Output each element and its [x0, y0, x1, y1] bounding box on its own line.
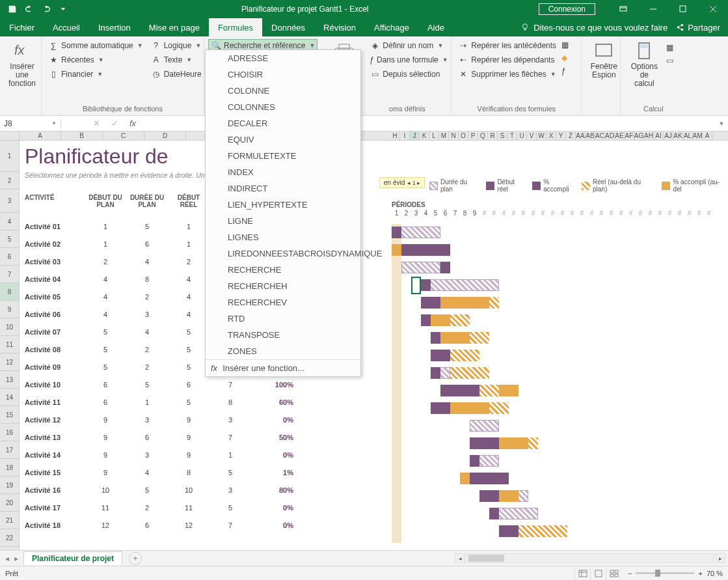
row-header[interactable]: 1 — [0, 141, 19, 172]
col-header[interactable]: AF — [625, 131, 634, 140]
row-header[interactable]: 12 — [0, 353, 19, 371]
column-headers[interactable]: ABCDE HIJKLMNOPQRSTUVWXYZAAABACADAEAFAGA… — [0, 131, 728, 141]
table-row[interactable]: Activité 106567100% — [25, 376, 293, 393]
dropdown-item[interactable]: LIEN_HYPERTEXTE — [206, 197, 360, 213]
col-header[interactable]: O — [459, 131, 468, 140]
col-header[interactable]: K — [420, 131, 429, 140]
insert-function-button[interactable]: fx Insérer une fonction — [4, 39, 40, 90]
col-header[interactable]: AJ — [664, 131, 673, 140]
zoom-in-button[interactable]: + — [698, 570, 702, 577]
remove-arrows-button[interactable]: ✕Supprimer les flèches▼ — [455, 68, 559, 81]
col-header[interactable]: AA — [576, 131, 586, 140]
col-header[interactable]: AL — [683, 131, 693, 140]
close-icon[interactable] — [698, 0, 728, 18]
col-header[interactable]: AH — [644, 131, 654, 140]
col-header[interactable]: N — [449, 131, 459, 140]
col-header[interactable]: AB — [586, 131, 595, 140]
signin-button[interactable]: Connexion — [539, 3, 595, 15]
define-name-button[interactable]: ◈Définir un nom▼ — [367, 39, 447, 52]
dropdown-item[interactable]: COLONNE — [206, 83, 360, 99]
menu-tab-fichier[interactable]: Fichier — [0, 18, 44, 36]
row-header[interactable]: 15 — [0, 406, 19, 424]
trace-precedents-button[interactable]: ⇢Repérer les antécédents — [455, 39, 559, 52]
dropdown-item[interactable]: CHOISIR — [206, 66, 360, 83]
menu-tab-insertion[interactable]: Insertion — [89, 18, 140, 36]
sheet-tab[interactable]: Planificateur de projet — [23, 551, 122, 565]
col-header[interactable]: U — [517, 131, 527, 140]
col-header[interactable]: X — [546, 131, 556, 140]
calc-now-icon[interactable]: ▦ — [666, 43, 673, 52]
row-header[interactable]: 13 — [0, 371, 19, 389]
menu-tab-mise en page[interactable]: Mise en page — [140, 18, 209, 36]
dropdown-item[interactable]: RTD — [206, 311, 360, 327]
qat-customize-icon[interactable] — [55, 1, 72, 17]
table-row[interactable]: Activité 1594851% — [25, 463, 293, 481]
menu-tab-données[interactable]: Données — [262, 18, 314, 36]
cancel-formula-button[interactable]: ✕ — [87, 118, 105, 128]
table-row[interactable]: Activité 181261270% — [25, 516, 293, 534]
col-header[interactable]: T — [507, 131, 517, 140]
add-sheet-button[interactable]: + — [129, 552, 142, 565]
row-header[interactable]: 8 — [0, 283, 19, 301]
menu-tab-aide[interactable]: Aide — [418, 18, 453, 36]
row-header[interactable]: 2 — [0, 172, 19, 189]
row-header[interactable]: 21 — [0, 512, 19, 529]
col-header[interactable]: C — [103, 131, 144, 140]
row-headers[interactable]: 12345678910111213141516171819202122 — [0, 141, 20, 550]
menu-tab-révision[interactable]: Révision — [314, 18, 365, 36]
row-header[interactable]: 19 — [0, 476, 19, 494]
col-header[interactable]: S — [498, 131, 507, 140]
calc-options-button[interactable]: Options de calcul — [625, 39, 664, 105]
row-header[interactable]: 5 — [0, 230, 19, 248]
row-header[interactable]: 20 — [0, 494, 19, 512]
col-header[interactable]: AE — [615, 131, 625, 140]
row-header[interactable]: 9 — [0, 301, 19, 318]
col-header[interactable]: M — [439, 131, 449, 140]
col-header[interactable]: AM — [693, 131, 703, 140]
table-row[interactable]: Activité 1293930% — [25, 411, 293, 428]
row-header[interactable]: 14 — [0, 389, 19, 406]
menu-tab-affichage[interactable]: Affichage — [365, 18, 418, 36]
recent-button[interactable]: ★Récentes▼ — [46, 53, 146, 66]
select-all-corner[interactable] — [0, 131, 20, 140]
col-header[interactable]: I — [400, 131, 410, 140]
dropdown-item[interactable]: FORMULETEXTE — [206, 148, 360, 164]
col-header[interactable]: AC — [595, 131, 605, 140]
table-row[interactable]: Activité 13969750% — [25, 428, 293, 446]
hscroll-thumb[interactable] — [468, 555, 504, 562]
autosum-button[interactable]: ∑Somme automatique▼ — [46, 39, 146, 52]
col-header[interactable]: P — [468, 131, 478, 140]
table-row[interactable]: Activité 1493910% — [25, 446, 293, 463]
name-box[interactable]: J8 ▼ — [0, 119, 61, 128]
col-header[interactable]: AK — [673, 131, 683, 140]
share-button[interactable]: Partager — [667, 18, 728, 36]
zoom-slider[interactable] — [636, 572, 694, 574]
menu-tab-formules[interactable]: Formules — [209, 18, 262, 36]
row-header[interactable]: 22 — [0, 529, 19, 547]
col-header[interactable]: Q — [478, 131, 488, 140]
dropdown-item[interactable]: ZONES — [206, 343, 360, 359]
dropdown-item[interactable]: TRANSPOSE — [206, 327, 360, 343]
evaluate-icon[interactable]: ƒ — [561, 66, 569, 76]
col-header[interactable]: V — [527, 131, 537, 140]
row-header[interactable]: 6 — [0, 248, 19, 266]
col-header[interactable]: J — [410, 131, 420, 140]
zoom-out-button[interactable]: − — [628, 570, 632, 577]
table-row[interactable]: Activité 171121150% — [25, 499, 293, 516]
row-header[interactable]: 3 — [0, 189, 19, 213]
menu-tab-accueil[interactable]: Accueil — [44, 18, 89, 36]
highlight-period-button[interactable]: en évid ◂ 1 ▸ — [379, 177, 425, 188]
use-in-formula-button[interactable]: ƒDans une formule▼ — [367, 53, 447, 66]
minimize-icon[interactable] — [638, 0, 668, 18]
expand-formula-icon[interactable]: ▼ — [715, 120, 728, 127]
dropdown-item[interactable]: RECHERCHE — [206, 262, 360, 278]
undo-icon[interactable] — [21, 1, 38, 17]
error-check-icon[interactable]: ◆ — [561, 53, 569, 62]
ribbon-options-icon[interactable] — [608, 0, 638, 18]
hscroll-left[interactable]: ◂ — [455, 553, 465, 563]
col-header[interactable]: AG — [634, 131, 644, 140]
sheet-nav[interactable]: ◂▸ — [0, 554, 23, 563]
tell-me[interactable]: Dites-nous ce que vous voulez faire — [520, 18, 667, 36]
col-header[interactable]: H — [390, 131, 400, 140]
save-icon[interactable] — [4, 1, 21, 17]
